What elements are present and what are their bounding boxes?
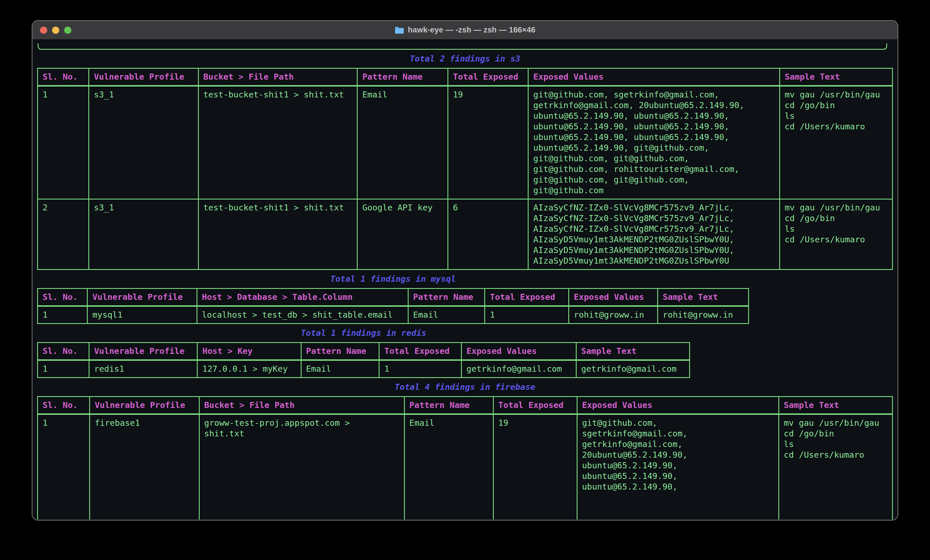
table-cell: s3_1	[89, 86, 198, 199]
table-cell: localhost > test_db > shit_table.email	[197, 306, 408, 324]
column-header: Bucket > File Path	[199, 397, 404, 414]
column-header: Host > Key	[197, 343, 301, 360]
table-row: 1mysql1localhost > test_db > shit_table.…	[38, 306, 749, 324]
column-header: Pattern Name	[357, 68, 448, 86]
table-cell: 6	[448, 199, 528, 270]
table-cell: AIzaSyCfNZ-IZx0-SlVcVg8MCr575zv9_Ar7jLc,…	[528, 199, 779, 270]
findings-table-redis: Sl. No.Vulnerable ProfileHost > KeyPatte…	[37, 342, 690, 378]
table-cell: 1	[379, 360, 462, 378]
section-title-redis: Total 1 findings in redis	[37, 328, 690, 338]
column-header: Vulnerable Profile	[87, 288, 197, 306]
header-row: Sl. No.Vulnerable ProfileHost > KeyPatte…	[38, 343, 690, 360]
table-cell: Email	[357, 86, 448, 199]
table-cell: 1	[38, 86, 89, 199]
column-header: Exposed Values	[461, 343, 576, 360]
desktop: hawk-eye — -zsh — zsh — 166×46 Total 2 f…	[0, 0, 930, 560]
table-row: 1s3_1test-bucket-shit1 > shit.txtEmail19…	[38, 86, 893, 199]
section-title-s3: Total 2 findings in s3	[37, 54, 893, 64]
table-cell: Google API key	[357, 199, 448, 270]
table-cell: rohit@groww.in	[657, 306, 748, 324]
column-header: Total Exposed	[379, 343, 462, 360]
table-cell: mv gau /usr/bin/gau cd /go/bin ls cd /Us…	[779, 86, 892, 199]
table-row: 1firebase1groww-test-proj.appspot.com > …	[38, 414, 893, 520]
table-cell: git@github.com, sgetrkinfo@gmail.com, ge…	[528, 86, 779, 199]
table-cell: 1	[38, 306, 88, 324]
column-header: Vulnerable Profile	[89, 343, 197, 360]
table-cell: 1	[38, 414, 90, 520]
minimize-button[interactable]	[52, 26, 59, 34]
window-title-area: hawk-eye — -zsh — zsh — 166×46	[394, 26, 535, 34]
column-header: Vulnerable Profile	[90, 397, 199, 414]
column-header: Sample Text	[576, 343, 690, 360]
table-cell: 19	[448, 86, 528, 199]
terminal-window: hawk-eye — -zsh — zsh — 166×46 Total 2 f…	[32, 20, 898, 521]
column-header: Vulnerable Profile	[89, 68, 198, 86]
close-button[interactable]	[40, 26, 47, 34]
table-cell: s3_1	[89, 199, 198, 270]
table-cell: 1	[485, 306, 569, 324]
column-header: Total Exposed	[493, 397, 577, 414]
column-header: Sl. No.	[38, 343, 89, 360]
column-header: Host > Database > Table.Column	[197, 288, 408, 306]
table-cell: git@github.com, sgetrkinfo@gmail.com, ge…	[577, 414, 779, 520]
findings-table-firebase: Sl. No.Vulnerable ProfileBucket > File P…	[37, 396, 893, 520]
table-cell: firebase1	[90, 414, 199, 520]
table-cell: mysql1	[87, 306, 197, 324]
column-header: Pattern Name	[301, 343, 379, 360]
column-header: Sl. No.	[38, 288, 88, 306]
header-row: Sl. No.Vulnerable ProfileBucket > File P…	[38, 397, 893, 414]
findings-section-firebase: Total 4 findings in firebase Sl. No.Vuln…	[37, 382, 893, 520]
header-row: Sl. No.Vulnerable ProfileHost > Database…	[38, 288, 749, 306]
table-cell: redis1	[89, 360, 197, 378]
previous-table-bottom-border	[38, 43, 887, 50]
column-header: Exposed Values	[528, 68, 779, 86]
table-cell: getrkinfo@gmail.com	[461, 360, 576, 378]
table-cell: Email	[404, 414, 493, 520]
table-cell: Email	[301, 360, 379, 378]
table-cell: groww-test-proj.appspot.com > shit.txt	[199, 414, 404, 520]
column-header: Total Exposed	[485, 288, 569, 306]
titlebar[interactable]: hawk-eye — -zsh — zsh — 166×46	[32, 21, 898, 39]
findings-section-redis: Total 1 findings in redis Sl. No.Vulnera…	[37, 328, 690, 378]
column-header: Total Exposed	[448, 68, 528, 86]
folder-icon	[394, 26, 404, 34]
table-cell: rohit@groww.in	[569, 306, 658, 324]
table-cell: 127.0.0.1 > myKey	[197, 360, 301, 378]
column-header: Bucket > File Path	[198, 68, 357, 86]
fullscreen-button[interactable]	[64, 26, 71, 34]
column-header: Pattern Name	[408, 288, 485, 306]
table-cell: 2	[38, 199, 89, 270]
column-header: Sample Text	[779, 68, 892, 86]
column-header: Sl. No.	[38, 397, 90, 414]
table-cell: test-bucket-shit1 > shit.txt	[198, 86, 357, 199]
section-title-mysql: Total 1 findings in mysql	[37, 274, 749, 284]
findings-table-s3: Sl. No.Vulnerable ProfileBucket > File P…	[37, 68, 893, 270]
findings-table-mysql: Sl. No.Vulnerable ProfileHost > Database…	[37, 288, 749, 324]
table-row: 1redis1127.0.0.1 > myKeyEmail1getrkinfo@…	[38, 360, 690, 378]
terminal-content[interactable]: Total 2 findings in s3 Sl. No.Vulnerable…	[32, 39, 898, 520]
table-cell: Email	[408, 306, 485, 324]
header-row: Sl. No.Vulnerable ProfileBucket > File P…	[38, 68, 893, 86]
column-header: Exposed Values	[577, 397, 779, 414]
table-row: 2s3_1test-bucket-shit1 > shit.txtGoogle …	[38, 199, 893, 270]
column-header: Sample Text	[779, 397, 892, 414]
column-header: Sample Text	[657, 288, 748, 306]
table-cell: mv gau /usr/bin/gau cd /go/bin ls cd /Us…	[779, 414, 892, 520]
table-cell: 1	[38, 360, 89, 378]
table-cell: getrkinfo@gmail.com	[576, 360, 690, 378]
window-title: hawk-eye — -zsh — zsh — 166×46	[408, 26, 535, 34]
column-header: Exposed Values	[569, 288, 658, 306]
column-header: Sl. No.	[38, 68, 89, 86]
table-cell: test-bucket-shit1 > shit.txt	[198, 199, 357, 270]
column-header: Pattern Name	[404, 397, 493, 414]
table-cell: 19	[493, 414, 577, 520]
traffic-lights	[40, 26, 71, 34]
findings-section-s3: Total 2 findings in s3 Sl. No.Vulnerable…	[37, 54, 893, 270]
findings-section-mysql: Total 1 findings in mysql Sl. No.Vulnera…	[37, 274, 749, 324]
table-cell: mv gau /usr/bin/gau cd /go/bin ls cd /Us…	[779, 199, 892, 270]
section-title-firebase: Total 4 findings in firebase	[37, 382, 893, 393]
